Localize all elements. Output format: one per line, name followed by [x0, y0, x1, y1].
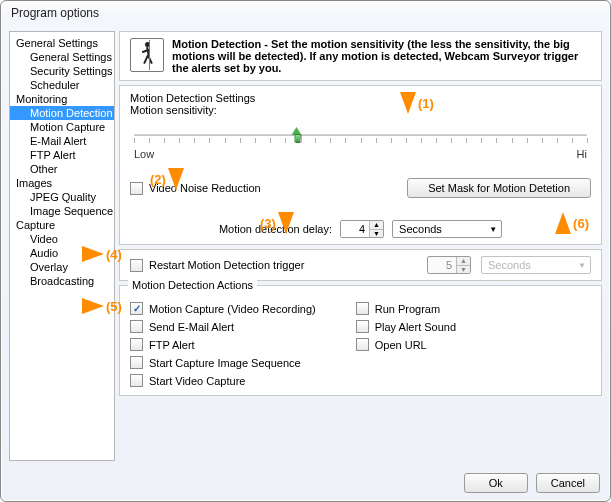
action-open-url[interactable]: Open URL	[356, 338, 456, 351]
tree-motion-detection[interactable]: Motion Detection	[10, 106, 114, 120]
restart-down-icon: ▼	[456, 266, 470, 274]
slider-low-label: Low	[134, 148, 154, 160]
tree-general-settings[interactable]: General Settings	[10, 36, 114, 50]
motion-detection-icon	[130, 38, 164, 72]
program-options-window: Program options General Settings General…	[0, 0, 611, 502]
restart-unit-dropdown: Seconds ▼	[481, 256, 591, 274]
motion-sensitivity-slider[interactable]	[134, 124, 587, 146]
ok-button[interactable]: Ok	[464, 473, 528, 493]
restart-label: Restart Motion Detection trigger	[149, 259, 304, 271]
restart-row[interactable]: Restart Motion Detection trigger	[130, 259, 304, 272]
vnr-label: Video Noise Reduction	[149, 182, 261, 194]
chevron-down-icon: ▼	[578, 261, 586, 270]
delay-up-icon[interactable]: ▲	[369, 221, 383, 230]
tree-images[interactable]: Images	[10, 176, 114, 190]
window-title: Program options	[1, 1, 610, 27]
tree-jpeg-quality[interactable]: JPEG Quality	[10, 190, 114, 204]
action-checkbox[interactable]	[130, 338, 143, 351]
vnr-checkbox[interactable]	[130, 182, 143, 195]
restart-value	[428, 257, 456, 273]
settings-tree[interactable]: General Settings General Settings Securi…	[9, 31, 115, 461]
header-description: Motion Detection - Set the motion sensit…	[172, 38, 591, 74]
restart-unit: Seconds	[488, 259, 531, 271]
motion-settings-panel: Motion Detection Settings Motion sensiti…	[119, 85, 602, 245]
restart-panel: Restart Motion Detection trigger ▲▼ Seco…	[119, 249, 602, 281]
tree-monitoring[interactable]: Monitoring	[10, 92, 114, 106]
restart-checkbox[interactable]	[130, 259, 143, 272]
action-checkbox[interactable]	[130, 374, 143, 387]
tree-security-settings[interactable]: Security Settings	[10, 64, 114, 78]
actions-legend: Motion Detection Actions	[128, 279, 257, 291]
restart-up-icon: ▲	[456, 257, 470, 266]
action-motion-capture[interactable]: Motion Capture (Video Recording)	[130, 302, 316, 315]
action-checkbox[interactable]	[356, 302, 369, 315]
tree-audio[interactable]: Audio	[10, 246, 114, 260]
tree-scheduler[interactable]: Scheduler	[10, 78, 114, 92]
action-send-email[interactable]: Send E-Mail Alert	[130, 320, 316, 333]
action-checkbox[interactable]	[130, 320, 143, 333]
action-play-sound[interactable]: Play Alert Sound	[356, 320, 456, 333]
action-checkbox[interactable]	[356, 338, 369, 351]
delay-unit-dropdown[interactable]: Seconds ▼	[392, 220, 502, 238]
action-start-image-seq[interactable]: Start Capture Image Sequence	[130, 356, 316, 369]
tree-image-sequence[interactable]: Image Sequence	[10, 204, 114, 218]
delay-unit: Seconds	[399, 223, 442, 235]
tree-general-settings-child[interactable]: General Settings	[10, 50, 114, 64]
action-start-video-capture[interactable]: Start Video Capture	[130, 374, 316, 387]
delay-down-icon[interactable]: ▼	[369, 230, 383, 238]
action-ftp-alert[interactable]: FTP Alert	[130, 338, 316, 351]
tree-video[interactable]: Video	[10, 232, 114, 246]
motion-settings-label: Motion Detection Settings	[130, 92, 591, 104]
action-checkbox[interactable]	[130, 356, 143, 369]
delay-spinner[interactable]: ▲▼	[340, 220, 384, 238]
cancel-button[interactable]: Cancel	[536, 473, 600, 493]
slider-hi-label: Hi	[577, 148, 587, 160]
vnr-row[interactable]: Video Noise Reduction	[130, 182, 261, 195]
action-checkbox[interactable]	[356, 320, 369, 333]
actions-fieldset: Motion Detection Actions Motion Capture …	[119, 285, 602, 396]
header-panel: Motion Detection - Set the motion sensit…	[119, 31, 602, 81]
tree-broadcasting[interactable]: Broadcasting	[10, 274, 114, 288]
tree-motion-capture[interactable]: Motion Capture	[10, 120, 114, 134]
motion-sensitivity-label: Motion sensitivity:	[130, 104, 591, 116]
restart-spinner: ▲▼	[427, 256, 471, 274]
tree-ftp-alert[interactable]: FTP Alert	[10, 148, 114, 162]
action-run-program[interactable]: Run Program	[356, 302, 456, 315]
delay-label: Motion detection delay:	[219, 223, 332, 235]
client-area: General Settings General Settings Securi…	[1, 27, 610, 467]
chevron-down-icon: ▼	[489, 225, 497, 234]
set-mask-button[interactable]: Set Mask for Motion Detetion	[407, 178, 591, 198]
delay-value[interactable]	[341, 221, 369, 237]
action-checkbox[interactable]	[130, 302, 143, 315]
dialog-footer: Ok Cancel	[1, 467, 610, 501]
tree-capture[interactable]: Capture	[10, 218, 114, 232]
content-area: Motion Detection - Set the motion sensit…	[119, 31, 602, 461]
tree-other[interactable]: Other	[10, 162, 114, 176]
tree-overlay[interactable]: Overlay	[10, 260, 114, 274]
tree-email-alert[interactable]: E-Mail Alert	[10, 134, 114, 148]
